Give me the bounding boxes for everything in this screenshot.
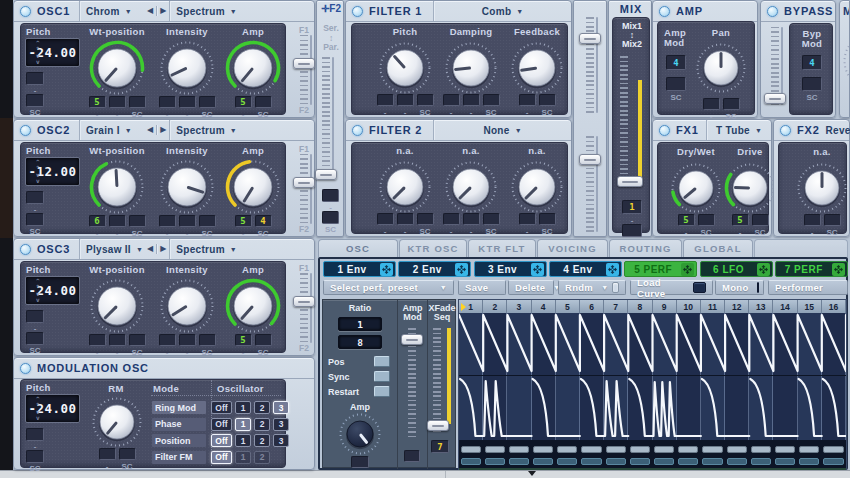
knob-amp[interactable] (225, 40, 281, 96)
mod-slot[interactable] (483, 213, 500, 225)
step-button-row1[interactable] (557, 446, 577, 453)
mod-slot[interactable] (377, 94, 394, 106)
matrix-button-2[interactable]: 2 (254, 434, 270, 447)
matrix-button-off[interactable]: Off (211, 401, 232, 414)
knob-amp[interactable] (225, 159, 281, 215)
knob-wt-position[interactable] (89, 40, 145, 96)
toolbar-mono-button[interactable]: Mono (715, 280, 764, 295)
step-number[interactable]: 9 (653, 300, 677, 313)
mod-slot[interactable] (89, 334, 106, 346)
amp-mod-value[interactable]: 4 (666, 55, 686, 70)
wave-select[interactable]: Plysaw II▼ (80, 244, 144, 255)
filter-knob-3[interactable] (510, 41, 564, 95)
mod-slot[interactable] (443, 213, 460, 225)
filter-type-select[interactable]: Comb▼ (434, 6, 571, 17)
mod-slot[interactable] (109, 215, 126, 227)
step-button-row1[interactable] (727, 446, 747, 453)
mod-slot[interactable] (322, 189, 339, 202)
wave-select[interactable]: Chrom▼ (80, 6, 144, 17)
mod-slot[interactable] (483, 94, 500, 106)
filter-type-select[interactable]: None▼ (434, 125, 571, 136)
performer-amp-knob[interactable] (338, 412, 382, 456)
toggle-pos[interactable] (374, 356, 390, 367)
matrix-button-3[interactable]: 3 (273, 401, 289, 414)
mod-slot[interactable] (255, 334, 272, 346)
spinner-up-icon[interactable]: ^ ^ (36, 40, 79, 52)
filter-knob-3[interactable] (510, 160, 564, 214)
mod-slot[interactable]: 5 (235, 334, 252, 346)
toolbar-save-button[interactable]: Save (458, 280, 506, 295)
spinner-down-icon[interactable]: v v (36, 53, 79, 65)
step-number[interactable]: 16 (822, 300, 846, 313)
step-button-row2[interactable] (606, 458, 626, 465)
filter-knob-1[interactable] (378, 41, 432, 95)
f1f2-routing-slider[interactable] (293, 177, 315, 188)
step-button-row2[interactable] (678, 458, 698, 465)
filter1-out-slider[interactable] (579, 33, 601, 44)
mod-slot[interactable]: 5 (89, 96, 106, 108)
filter-knob-1[interactable] (378, 160, 432, 214)
step-button-row2[interactable] (751, 458, 771, 465)
step-number[interactable]: 13 (749, 300, 773, 313)
mod-slot[interactable] (824, 214, 841, 226)
mod-slot[interactable] (26, 191, 44, 204)
step-button-row2[interactable] (581, 458, 601, 465)
step-button-row2[interactable] (654, 458, 674, 465)
pan-knob[interactable] (695, 42, 747, 94)
byp-mod-value[interactable]: 4 (802, 55, 822, 70)
tab-osc[interactable]: OSC (318, 239, 398, 257)
pitch-display[interactable]: -24.00^ ^v v (25, 394, 80, 423)
mod-slot[interactable]: 6 (89, 215, 106, 227)
mod-slot[interactable] (26, 428, 44, 441)
step-button-row2[interactable] (702, 458, 722, 465)
toolbar-load-curve-button[interactable]: Load Curve (630, 280, 713, 295)
next-wave-button[interactable]: ▶ (157, 126, 169, 134)
mod-slot[interactable] (519, 94, 536, 106)
prev-wave-button[interactable]: ◀ (144, 7, 156, 15)
step-button-row2[interactable] (775, 458, 795, 465)
toolbar-delete-button[interactable]: Delete▼ (508, 280, 554, 295)
step-button-row2[interactable] (461, 458, 481, 465)
mod-slot[interactable] (802, 77, 822, 91)
mod-slot[interactable] (109, 96, 126, 108)
mod-slot[interactable] (322, 211, 339, 224)
rm-knob[interactable] (91, 396, 143, 448)
spinner-up-icon[interactable]: ^ ^ (36, 278, 79, 290)
step-number[interactable]: 15 (798, 300, 822, 313)
mod-slot[interactable] (26, 213, 44, 226)
step-number[interactable]: 8 (628, 300, 652, 313)
mod-slot[interactable] (703, 98, 720, 110)
matrix-button-off[interactable]: Off (211, 451, 232, 464)
step-button-row2[interactable] (823, 458, 843, 465)
step-number[interactable]: 6 (580, 300, 604, 313)
f1f2-routing-slider[interactable] (293, 58, 315, 69)
step-button-row1[interactable] (485, 446, 505, 453)
knob-wt-position[interactable] (89, 278, 145, 334)
step-button-row1[interactable] (823, 446, 843, 453)
env-tab-7-perf[interactable]: 7 PERF (775, 261, 848, 277)
step-button-row2[interactable] (485, 458, 505, 465)
step-number[interactable]: 3 (507, 300, 531, 313)
mod-slot[interactable] (463, 94, 480, 106)
mod-slot[interactable] (752, 214, 769, 226)
mod-slot[interactable] (129, 215, 146, 227)
spinner-down-icon[interactable]: v v (36, 172, 79, 184)
mode-select[interactable]: Spectrum▼ (170, 6, 242, 17)
mod-slot[interactable] (119, 448, 136, 460)
step-number[interactable]: 11 (701, 300, 725, 313)
pitch-display[interactable]: -12.00^ ^v v (25, 157, 80, 186)
tab-ktr-osc[interactable]: KTR OSC (399, 239, 467, 257)
tab-voicing[interactable]: VOICING (537, 239, 608, 257)
matrix-button-2[interactable]: 2 (254, 418, 270, 431)
env-tab-4-env[interactable]: 4 Env (549, 261, 622, 277)
knob-intensity[interactable] (159, 159, 215, 215)
step-button-row1[interactable] (678, 446, 698, 453)
step-number[interactable]: 14 (773, 300, 797, 313)
spinner-up-icon[interactable]: ^ ^ (36, 396, 79, 408)
toolbar-performer-button[interactable]: Performer (768, 280, 848, 295)
env-tab-1-env[interactable]: 1 Env (323, 261, 396, 277)
step-button-row1[interactable] (630, 446, 650, 453)
matrix-button-3[interactable]: 3 (273, 418, 289, 431)
mod-slot[interactable] (351, 456, 369, 468)
matrix-button-2[interactable]: 2 (254, 401, 270, 414)
